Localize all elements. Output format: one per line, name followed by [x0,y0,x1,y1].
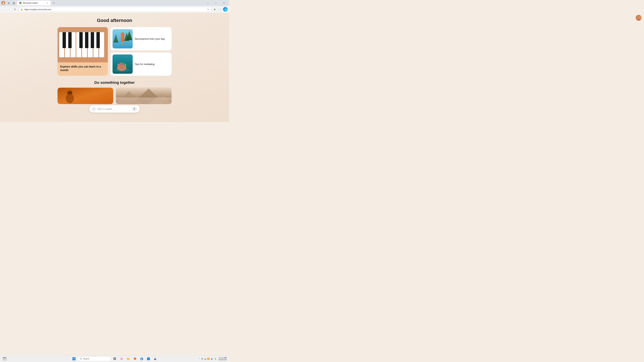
svg-rect-17 [85,32,88,48]
svg-rect-26 [122,42,123,45]
active-tab[interactable]: Microsoft Copilot ✕ [17,1,51,5]
mountains-card[interactable] [116,87,172,104]
maximize-button[interactable]: □ [212,0,220,6]
new-tab-button[interactable]: + [51,1,56,5]
tab-controls: ⧉ ▤ [7,1,16,5]
svg-rect-16 [79,32,83,48]
section2-title: Do something together [94,80,135,85]
svg-point-35 [119,64,120,65]
svg-point-0 [3,2,4,3]
edge-copilot-button[interactable]: C [223,7,228,12]
svg-rect-32 [120,62,122,69]
workspaces-icon[interactable]: ⧉ [7,1,11,5]
tab-close-button[interactable]: ✕ [46,2,49,4]
copilot-magic-icon: ✦ [207,8,209,11]
piano-image [58,27,108,62]
svg-rect-38 [58,88,113,104]
svg-rect-13 [99,32,104,57]
svg-rect-18 [91,32,94,48]
meditate-card[interactable]: Tips for mediating [110,52,172,76]
svg-rect-25 [122,33,122,39]
back-button[interactable]: ← [1,7,6,12]
cards-grid: Explore skills you can learn in a month [58,27,172,76]
svg-rect-15 [68,32,72,48]
bottom-cards [58,87,172,104]
popsicle-card-label: Decompress from your day [135,37,165,40]
url-bar[interactable]: 🔒 https://copilot.microsoft.com ✦ [18,7,211,12]
svg-rect-14 [62,32,66,48]
favorites-button[interactable]: ★ [212,7,217,12]
piano-card[interactable]: Explore skills you can learn in a month [58,27,108,76]
vertical-tabs-icon[interactable]: ▤ [12,1,16,5]
svg-point-1 [2,3,4,5]
more-button[interactable]: ⋯ [218,7,222,12]
tab-favicon [19,2,22,4]
refresh-button[interactable]: ↻ [13,7,18,12]
meditate-card-label: Tips for mediating [135,62,155,66]
svg-point-36 [122,63,123,64]
microphone-button[interactable]: 🎙 [132,106,137,111]
url-text: https://copilot.microsoft.com [24,8,206,11]
svg-point-41 [66,93,74,103]
tab-bar: ⧉ ▤ Microsoft Copilot ✕ + — □ ✕ [0,0,229,6]
copilot-placeholder: Talk to Copilot [97,108,130,110]
browser-chrome: ⧉ ▤ Microsoft Copilot ✕ + — □ ✕ ← → ↻ 🔒 … [0,0,229,13]
window-controls: — □ ✕ [204,0,228,6]
vr-card[interactable] [58,87,113,104]
popsicle-card[interactable]: Decompress from your day [110,27,172,50]
copilot-c-icon: C [225,8,226,10]
page-content: Good afternoon [0,13,229,122]
history-icon: 🕐 [92,107,96,111]
svg-rect-33 [122,63,124,69]
piano-card-label: Explore skills you can learn in a month [58,62,108,75]
forward-button[interactable]: → [7,7,12,12]
small-cards-column: Decompress from your day [110,27,172,76]
svg-rect-19 [96,32,100,48]
profile-icon[interactable] [1,1,5,5]
address-bar-row: ← → ↻ 🔒 https://copilot.microsoft.com ✦ … [0,6,229,13]
minimize-button[interactable]: — [204,0,212,6]
water-image [112,54,133,74]
toolbar-actions: ★ ⋯ C [212,7,228,12]
svg-point-37 [125,64,126,65]
tab-title: Microsoft Copilot [23,2,44,4]
popsicle-image [112,29,133,48]
close-button[interactable]: ✕ [220,0,228,6]
copilot-input-bar[interactable]: 🕐 Talk to Copilot 🎙 [90,105,140,113]
svg-rect-46 [116,97,172,104]
lock-icon: 🔒 [21,8,23,10]
greeting-text: Good afternoon [97,18,132,23]
